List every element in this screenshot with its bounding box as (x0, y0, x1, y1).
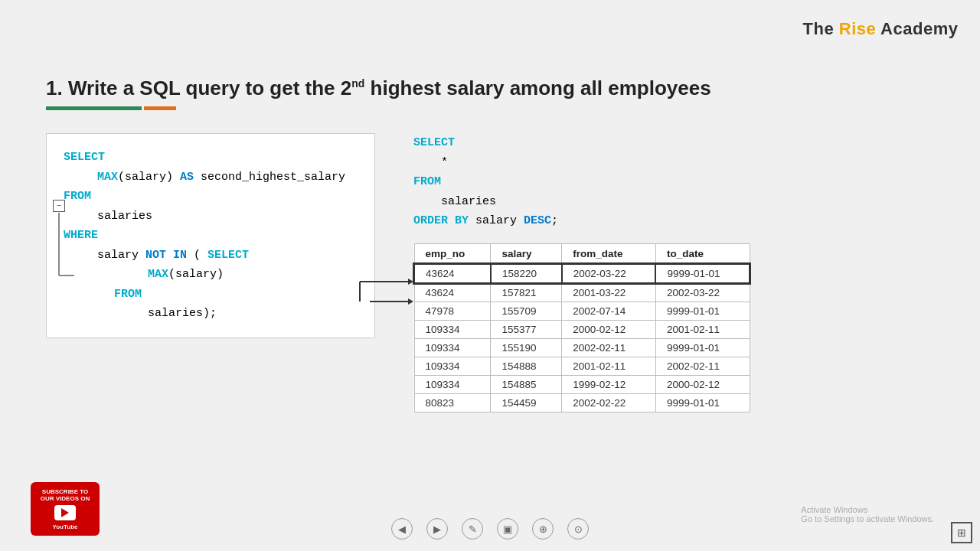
code-line-9: salaries); (64, 304, 358, 324)
kw-from-1: FROM (64, 190, 91, 203)
brand-rise: Rise (839, 19, 876, 38)
r-kw-order-by: ORDER BY (413, 214, 469, 227)
r-kw-from: FROM (413, 175, 441, 188)
header: The Rise Academy (781, 0, 980, 57)
table-row: 436241578212001-03-222002-03-22 (414, 283, 750, 302)
nav-zoom[interactable]: ⊕ (532, 518, 554, 540)
r-semi: ; (551, 214, 558, 227)
open-paren: ( (194, 249, 201, 262)
kw-select-2: SELECT (207, 249, 249, 262)
table-cell-emp_no: 109334 (414, 338, 491, 357)
table-row: 436241582202002-03-229999-01-01 (414, 264, 750, 283)
r-code-line-4: salaries (413, 192, 934, 212)
arrows-svg (356, 265, 413, 326)
table-cell-to_date: 9999-01-01 (655, 264, 750, 283)
nav-more[interactable]: ⊙ (567, 518, 589, 540)
kw-where: WHERE (64, 229, 98, 242)
panels-container: SELECT MAX(salary) AS second_highest_sal… (46, 133, 934, 412)
table-cell-from_date: 2002-03-22 (562, 264, 656, 283)
table-cell-from_date: 2002-02-11 (562, 338, 656, 357)
r-star: * (441, 156, 448, 169)
kw-from-2: FROM (114, 288, 142, 301)
arrow-container: emp_no salary from_date to_date 43624158… (413, 243, 934, 412)
table-cell-to_date: 9999-01-01 (655, 302, 750, 320)
table-cell-salary: 154459 (491, 393, 562, 412)
r-code-line-1: SELECT (413, 133, 934, 153)
question-heading: 1. Write a SQL query to get the 2nd high… (46, 77, 934, 100)
table-cell-emp_no: 43624 (414, 264, 491, 283)
code-line-3: FROM (64, 187, 358, 207)
collapse-icon[interactable]: − (53, 200, 65, 212)
table-cell-emp_no: 43624 (414, 283, 491, 302)
col-to-date: to_date (655, 243, 750, 264)
table-cell-to_date: 2002-03-22 (655, 283, 750, 302)
table-row: 1093341548882001-02-112002-02-11 (414, 357, 750, 375)
table-cell-to_date: 2000-02-12 (655, 375, 750, 393)
col-salary: salary (491, 243, 562, 264)
collapse-line-v (58, 213, 60, 276)
yt-line2: OUR VIDEOS ON (41, 495, 90, 502)
table-cell-from_date: 2000-02-12 (562, 320, 656, 338)
question-text-after: highest salary among all employees (364, 77, 710, 99)
table-cell-from_date: 2002-02-22 (562, 393, 656, 412)
question-superscript: nd (351, 77, 364, 90)
nav-edit[interactable]: ✎ (462, 518, 483, 540)
alias: second_highest_salary (194, 171, 345, 184)
table-cell-salary: 158220 (491, 264, 562, 283)
kw-max-2: MAX (148, 268, 168, 281)
data-table: emp_no salary from_date to_date 43624158… (413, 243, 750, 412)
table-name-close: salaries); (148, 307, 217, 320)
right-panel: SELECT * FROM salaries ORDER BY salary D… (406, 133, 934, 412)
table-cell-to_date: 9999-01-01 (655, 393, 750, 412)
code-line-2: MAX(salary) AS second_highest_salary (64, 168, 358, 187)
sql-panel-right: SELECT * FROM salaries ORDER BY salary D… (406, 133, 934, 231)
table-cell-from_date: 1999-02-12 (562, 375, 656, 393)
table-cell-from_date: 2001-03-22 (562, 283, 656, 302)
table-cell-salary: 154885 (491, 375, 562, 393)
code-line-5: WHERE (64, 226, 358, 246)
table-cell-emp_no: 109334 (414, 375, 491, 393)
brand-the: The (803, 19, 839, 38)
brand-title: The Rise Academy (803, 19, 959, 39)
col-emp-no: emp_no (414, 243, 491, 264)
cross-icon[interactable]: ⊞ (951, 522, 972, 543)
table-cell-emp_no: 80823 (414, 393, 491, 412)
question-number: 1. (46, 77, 63, 99)
main-content: 1. Write a SQL query to get the 2nd high… (0, 61, 980, 551)
table-row: 1093341548851999-02-122000-02-12 (414, 375, 750, 393)
r-code-line-5: ORDER BY salary DESC; (413, 211, 934, 231)
watermark: Activate WindowsGo to Settings to activa… (801, 505, 934, 523)
table-cell-to_date: 2001-02-11 (655, 320, 750, 338)
nav-forward[interactable]: ▶ (426, 518, 448, 540)
table-cell-salary: 154888 (491, 357, 562, 375)
table-row: 808231544592002-02-229999-01-01 (414, 393, 750, 412)
table-cell-salary: 155709 (491, 302, 562, 320)
col-from-date: from_date (562, 243, 656, 264)
table-cell-salary: 155190 (491, 338, 562, 357)
collapse-line-h (59, 275, 74, 276)
underline-bar (46, 106, 176, 110)
kw-max-1: MAX (97, 171, 118, 184)
r-table: salaries (441, 195, 496, 208)
table-row: 479781557092002-07-149999-01-01 (414, 302, 750, 320)
r-code-line-2: * (413, 153, 934, 173)
code-line-6: salary NOT IN ( SELECT (64, 246, 358, 266)
r-kw-select: SELECT (413, 136, 455, 149)
question-text-before: Write a SQL query to get the 2 (63, 77, 352, 99)
table-cell-to_date: 2002-02-11 (655, 357, 750, 375)
table-cell-emp_no: 109334 (414, 320, 491, 338)
nav-back[interactable]: ◀ (391, 518, 413, 540)
fn-arg-2: (salary) (168, 268, 224, 281)
r-field: salary (469, 214, 524, 227)
code-line-4: salaries (64, 207, 358, 227)
r-code-line-3: FROM (413, 172, 934, 192)
yt-line1: SUBSCRIBE TO (42, 488, 88, 495)
code-line-8: FROM (64, 285, 358, 305)
kw-not-in: NOT IN (145, 249, 187, 262)
table-cell-salary: 155377 (491, 320, 562, 338)
nav-save[interactable]: ▣ (497, 518, 518, 540)
table-header-row: emp_no salary from_date to_date (414, 243, 750, 264)
underline-orange (144, 106, 176, 110)
fn-arg-1: (salary) (118, 171, 173, 184)
table-cell-salary: 157821 (491, 283, 562, 302)
